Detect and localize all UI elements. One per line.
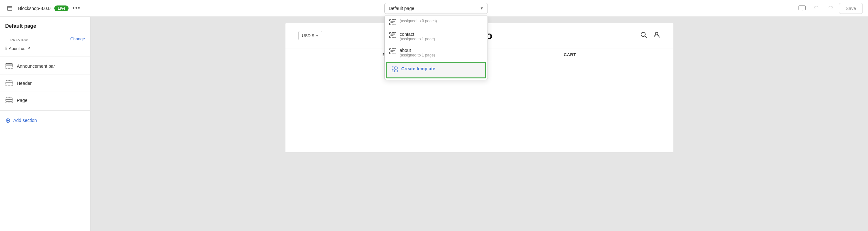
add-section-label: Add section bbox=[13, 118, 37, 123]
sidebar-divider-1 bbox=[0, 56, 90, 56]
page-icon bbox=[5, 97, 13, 104]
svg-rect-8 bbox=[6, 81, 12, 86]
header-icon bbox=[5, 79, 13, 87]
topbar-left: Blockshop-8.0.0 Live ••• bbox=[5, 4, 81, 13]
live-badge: Live bbox=[54, 5, 68, 11]
page-label: Page bbox=[17, 98, 28, 103]
create-template-button[interactable]: Create template bbox=[386, 62, 486, 78]
external-link-icon: ↗ bbox=[27, 46, 30, 51]
header-label: Header bbox=[17, 81, 32, 86]
svg-rect-3 bbox=[392, 70, 394, 72]
sidebar-divider-3 bbox=[0, 130, 90, 130]
announcement-bar-label: Announcement bar bbox=[17, 64, 55, 69]
chevron-down-icon: ▼ bbox=[480, 6, 484, 11]
info-icon: ℹ bbox=[5, 46, 7, 51]
redo-button[interactable] bbox=[825, 3, 836, 14]
search-icon[interactable] bbox=[640, 31, 648, 41]
sidebar-item-header[interactable]: Header bbox=[0, 75, 90, 92]
item-text: about (assigned to 1 page) bbox=[400, 48, 435, 57]
nav-item-cart[interactable]: CART bbox=[564, 52, 576, 57]
create-template-icon bbox=[392, 66, 398, 74]
svg-rect-1 bbox=[392, 67, 394, 69]
page-dropdown-menu: (assigned to 0 pages) contact (assigned … bbox=[384, 15, 488, 80]
item-sub: (assigned to 1 page) bbox=[400, 37, 435, 41]
svg-point-11 bbox=[655, 32, 658, 35]
preview-row: PREVIEW Change bbox=[0, 33, 90, 46]
preview-page-link[interactable]: ℹ About us ↗ bbox=[5, 46, 30, 51]
sidebar-divider-2 bbox=[0, 110, 90, 111]
plus-icon: ⊕ bbox=[5, 116, 11, 124]
change-preview-button[interactable]: Change bbox=[70, 36, 85, 41]
sidebar-title: Default page bbox=[0, 17, 90, 33]
template-icon bbox=[389, 48, 396, 54]
back-button[interactable] bbox=[5, 4, 14, 13]
dropdown-scroll-area[interactable]: (assigned to 0 pages) contact (assigned … bbox=[385, 15, 488, 80]
template-icon bbox=[389, 32, 396, 38]
page-dropdown-trigger[interactable]: Default page ▼ bbox=[384, 3, 488, 14]
svg-rect-9 bbox=[6, 98, 12, 103]
undo-button[interactable] bbox=[810, 3, 822, 14]
item-name: contact bbox=[400, 32, 435, 37]
currency-chevron-icon: ▼ bbox=[315, 34, 319, 37]
svg-rect-5 bbox=[799, 6, 805, 10]
item-sub: (assigned to 1 page) bbox=[400, 53, 435, 57]
sidebar-item-announcement-bar[interactable]: Announcement bar bbox=[0, 58, 90, 75]
more-options-button[interactable]: ••• bbox=[72, 5, 81, 12]
dropdown-item-about[interactable]: about (assigned to 1 page) bbox=[385, 44, 488, 61]
save-button[interactable]: Save bbox=[839, 3, 863, 14]
page-selector-dropdown[interactable]: Default page ▼ (assigned to 0 pages) bbox=[384, 3, 488, 14]
create-template-label: Create template bbox=[401, 66, 435, 71]
topbar: Blockshop-8.0.0 Live ••• Default page ▼ bbox=[0, 0, 868, 17]
svg-rect-2 bbox=[395, 67, 397, 69]
sidebar-item-page[interactable]: Page bbox=[0, 92, 90, 109]
dropdown-item-unassigned[interactable]: (assigned to 0 pages) bbox=[385, 15, 488, 28]
account-icon[interactable] bbox=[653, 31, 660, 41]
preview-link: PREVIEW bbox=[5, 34, 33, 43]
store-header-right bbox=[640, 31, 660, 41]
currency-label: USD $ bbox=[302, 33, 314, 38]
selected-page-label: Default page bbox=[389, 6, 414, 11]
svg-rect-4 bbox=[395, 70, 397, 72]
announcement-bar-icon bbox=[5, 62, 13, 70]
dropdown-item-contact[interactable]: contact (assigned to 1 page) bbox=[385, 28, 488, 44]
topbar-center: Default page ▼ (assigned to 0 pages) bbox=[86, 3, 786, 14]
app-title: Blockshop-8.0.0 bbox=[18, 6, 51, 11]
sidebar: Default page PREVIEW Change ℹ About us ↗ bbox=[0, 17, 91, 231]
topbar-right: Save bbox=[792, 3, 863, 14]
item-sub: (assigned to 0 pages) bbox=[400, 19, 437, 23]
preview-page-name: About us bbox=[9, 46, 25, 51]
svg-rect-7 bbox=[6, 64, 12, 65]
svg-rect-0 bbox=[7, 6, 12, 10]
preview-page-row: ℹ About us ↗ bbox=[0, 46, 90, 55]
store-header-left: USD $ ▼ bbox=[299, 31, 322, 40]
desktop-view-button[interactable] bbox=[796, 3, 808, 14]
add-section-button[interactable]: ⊕ Add section bbox=[0, 112, 90, 129]
item-text: contact (assigned to 1 page) bbox=[400, 32, 435, 41]
currency-selector[interactable]: USD $ ▼ bbox=[299, 31, 322, 40]
preview-section-label: PREVIEW bbox=[5, 34, 33, 43]
item-name: about bbox=[400, 48, 435, 53]
item-text: Create template bbox=[401, 66, 435, 71]
item-text: (assigned to 0 pages) bbox=[400, 19, 437, 23]
template-icon bbox=[389, 20, 396, 25]
